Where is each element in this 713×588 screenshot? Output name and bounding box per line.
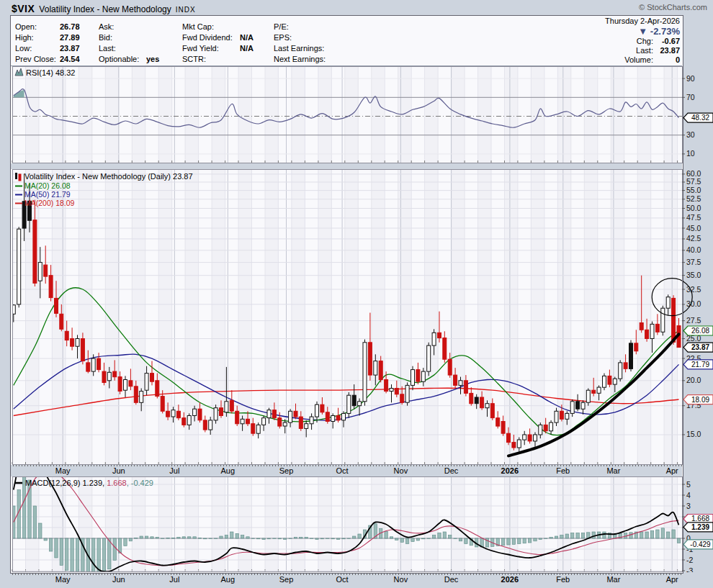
candle-body xyxy=(634,343,638,351)
svg-text:27.5: 27.5 xyxy=(686,316,701,325)
histogram-bar xyxy=(342,538,345,539)
candle-body xyxy=(236,411,239,424)
candle-body xyxy=(187,416,191,425)
histogram-bar xyxy=(113,538,116,560)
candle-body xyxy=(209,420,212,430)
candle-body xyxy=(342,413,346,420)
quote-label: Low: xyxy=(15,43,60,54)
candle-body xyxy=(624,363,627,368)
candle-body xyxy=(198,409,202,420)
percent-change: ▼ -2.73% xyxy=(605,26,680,37)
quote-value: 24.54 xyxy=(60,55,80,63)
quote-column: Mkt Cap:Fwd Dividend:N/AFwd Yield:N/ASCT… xyxy=(182,22,254,65)
panel-divider xyxy=(11,163,682,169)
candle-body xyxy=(464,381,467,394)
candle-body xyxy=(151,374,154,382)
histogram-bar xyxy=(603,532,606,538)
svg-text:52.5: 52.5 xyxy=(686,194,701,203)
svg-text:32.5: 32.5 xyxy=(686,285,701,294)
candle-body xyxy=(555,411,558,422)
candle-body xyxy=(672,298,676,342)
candle-body xyxy=(390,389,393,392)
svg-text:70: 70 xyxy=(686,93,695,101)
histogram-bar xyxy=(416,538,419,540)
histogram-bar xyxy=(507,538,510,545)
candle-body xyxy=(385,380,388,392)
svg-text:30.0: 30.0 xyxy=(686,299,701,308)
candle-body xyxy=(539,425,542,435)
candle-body xyxy=(272,410,276,418)
histogram-bar xyxy=(449,535,452,539)
quote-column: Ask:Bid:Last:Optionable:yes xyxy=(99,22,159,65)
histogram-bar xyxy=(92,538,95,572)
candle-body xyxy=(565,413,569,419)
candle-body xyxy=(65,331,68,340)
svg-text:10: 10 xyxy=(686,149,695,158)
quote-value: 26.78 xyxy=(60,22,80,31)
month-label: Nov xyxy=(394,466,408,475)
histogram-bar xyxy=(592,532,595,538)
candle-body xyxy=(256,425,260,433)
symbol-name: Volatility Index - New Methodology xyxy=(39,4,171,14)
candle-body xyxy=(145,374,148,391)
candle-body xyxy=(193,409,197,415)
svg-text:20.0: 20.0 xyxy=(686,376,701,384)
candle-body xyxy=(113,371,117,377)
candle-body xyxy=(374,361,377,375)
histogram-bar xyxy=(241,535,243,539)
candle-body xyxy=(619,363,622,379)
svg-text:35.0: 35.0 xyxy=(686,271,701,279)
svg-text:90: 90 xyxy=(686,74,695,83)
candle-body xyxy=(655,324,659,332)
svg-text:23.87: 23.87 xyxy=(691,343,709,351)
month-label: Dec xyxy=(444,575,459,584)
candle-body xyxy=(523,435,526,440)
histogram-bar xyxy=(236,533,238,538)
histogram-bar xyxy=(427,538,430,539)
candle-body xyxy=(470,393,473,403)
candle-body xyxy=(640,323,643,330)
quote-right-row: Volume: 0 xyxy=(605,55,680,65)
histogram-bar xyxy=(459,538,462,541)
svg-text:-3: -3 xyxy=(686,566,693,573)
candle-body xyxy=(289,411,292,422)
stockcharts-page: $VIXVolatility Index - New MethodologyIN… xyxy=(0,0,713,588)
quote-label: Last Earnings: xyxy=(274,43,334,54)
quote-label: Last: xyxy=(636,46,655,55)
candle-body xyxy=(299,417,302,428)
month-label: Oct xyxy=(336,466,349,475)
histogram-bar xyxy=(151,537,153,538)
candle-body xyxy=(496,418,500,426)
histogram-bar xyxy=(395,538,398,540)
candle-body xyxy=(592,390,596,393)
candle-body xyxy=(570,402,574,414)
histogram-bar xyxy=(214,538,217,539)
symbol: $VIX xyxy=(12,3,35,14)
svg-text:50.0: 50.0 xyxy=(686,204,701,212)
candle-body xyxy=(459,381,462,386)
month-label: Nov xyxy=(394,575,408,584)
histogram-bar xyxy=(390,537,393,538)
candle-body xyxy=(140,392,143,403)
candle-body xyxy=(315,404,319,417)
histogram-bar xyxy=(220,536,223,538)
histogram-bar xyxy=(411,538,414,542)
quote-label: Mkt Cap: xyxy=(182,22,240,32)
histogram-bar xyxy=(443,532,446,538)
candle-body xyxy=(581,402,585,409)
candle-body xyxy=(411,370,415,386)
histogram-bar xyxy=(528,538,531,543)
histogram-bar xyxy=(188,537,191,538)
quote-label: Fwd Dividend: xyxy=(182,32,240,43)
histogram-bar xyxy=(336,538,339,540)
candle-body xyxy=(528,435,532,441)
svg-text:57.5: 57.5 xyxy=(686,177,701,186)
month-label: Jul xyxy=(169,575,179,584)
candle-body xyxy=(405,385,409,402)
svg-text:40.0: 40.0 xyxy=(686,245,701,254)
svg-text:-2: -2 xyxy=(686,556,693,564)
rsi-legend: RSI(14) 48.32 xyxy=(26,68,75,77)
month-label: Feb xyxy=(556,466,570,475)
quote-label: Volume: xyxy=(624,55,655,64)
quote-label: SCTR: xyxy=(182,54,240,65)
